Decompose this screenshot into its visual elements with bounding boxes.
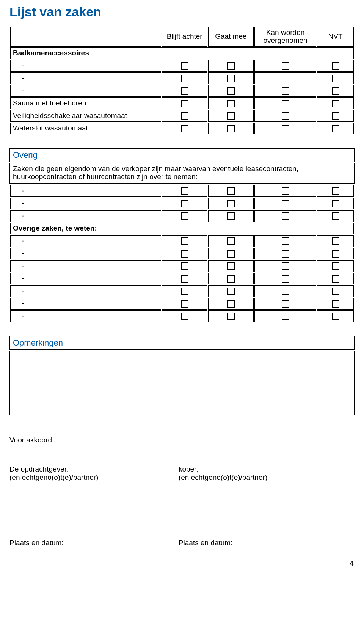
checkbox[interactable] (181, 125, 188, 132)
checkbox[interactable] (282, 100, 289, 107)
koper-label: koper, (179, 465, 355, 473)
checkbox[interactable] (181, 87, 188, 95)
checkbox[interactable] (282, 237, 289, 245)
checkbox[interactable] (332, 87, 339, 95)
checkbox[interactable] (227, 288, 235, 295)
checkbox[interactable] (282, 288, 289, 295)
row-label: - (10, 298, 161, 310)
checkbox[interactable] (181, 262, 188, 270)
signature-block: Voor akkoord, De opdrachtgever, (en echt… (9, 436, 355, 547)
table-row: - (10, 72, 354, 84)
checkbox[interactable] (227, 313, 235, 320)
row-label: - (10, 85, 161, 97)
checkbox[interactable] (282, 300, 289, 308)
col-gaat-mee: Gaat mee (208, 27, 254, 47)
checkbox[interactable] (227, 112, 235, 120)
checkbox[interactable] (181, 288, 188, 295)
table-row: - (10, 210, 354, 222)
opmerkingen-heading: Opmerkingen (9, 336, 355, 350)
table-row: - (10, 235, 354, 247)
checkbox[interactable] (227, 275, 235, 283)
checkbox[interactable] (227, 100, 235, 107)
checkbox[interactable] (181, 200, 188, 207)
checkbox[interactable] (332, 75, 339, 82)
checkbox[interactable] (282, 75, 289, 82)
table-row: - (10, 285, 354, 297)
checkbox[interactable] (282, 275, 289, 283)
table-row: - (10, 273, 354, 284)
checkbox[interactable] (227, 75, 235, 82)
checkbox[interactable] (332, 250, 339, 258)
checkbox[interactable] (227, 87, 235, 95)
row-label: - (10, 260, 161, 272)
checkbox[interactable] (282, 212, 289, 220)
header-empty (10, 27, 161, 47)
checkbox[interactable] (282, 200, 289, 207)
checkbox[interactable] (181, 62, 188, 70)
table-row: - (10, 310, 354, 322)
checkbox[interactable] (332, 237, 339, 245)
col-kan-worden: Kan worden overgenomen (254, 27, 316, 47)
checkbox[interactable] (227, 62, 235, 70)
checkbox[interactable] (332, 288, 339, 295)
checkbox[interactable] (227, 262, 235, 270)
opdrachtgever-label: De opdrachtgever, (9, 465, 179, 473)
checkbox[interactable] (282, 262, 289, 270)
checkbox[interactable] (332, 62, 339, 70)
table-row: - (10, 185, 354, 197)
table-row: - (10, 198, 354, 209)
checkbox[interactable] (332, 125, 339, 132)
checkbox[interactable] (332, 313, 339, 320)
items-table-overig: - - - Overige zaken, te weten: - - - (9, 184, 355, 323)
page-number: 4 (9, 559, 355, 567)
checkbox[interactable] (332, 200, 339, 207)
checkbox[interactable] (227, 250, 235, 258)
col-blijft-achter: Blijft achter (162, 27, 207, 47)
checkbox[interactable] (282, 250, 289, 258)
checkbox[interactable] (227, 212, 235, 220)
overig-intro: Zaken die geen eigendom van de verkoper … (9, 163, 355, 184)
checkbox[interactable] (181, 112, 188, 120)
checkbox[interactable] (332, 300, 339, 308)
checkbox[interactable] (282, 313, 289, 320)
checkbox[interactable] (332, 262, 339, 270)
checkbox[interactable] (227, 200, 235, 207)
checkbox[interactable] (181, 300, 188, 308)
checkbox[interactable] (181, 313, 188, 320)
opdrachtgever-partner-label: (en echtgeno(o)t(e)/partner) (9, 473, 179, 482)
opmerkingen-box[interactable] (9, 351, 355, 415)
row-label: - (10, 72, 161, 84)
row-label: - (10, 310, 161, 322)
row-label: Waterslot wasautomaat (10, 123, 161, 134)
checkbox[interactable] (227, 125, 235, 132)
checkbox[interactable] (332, 275, 339, 283)
checkbox[interactable] (332, 212, 339, 220)
checkbox[interactable] (181, 275, 188, 283)
checkbox[interactable] (282, 62, 289, 70)
table-row: - (10, 298, 354, 310)
row-label: - (10, 248, 161, 259)
plaats-datum-left: Plaats en datum: (9, 539, 179, 547)
items-table-1: Blijft achter Gaat mee Kan worden overge… (9, 26, 355, 135)
checkbox[interactable] (227, 300, 235, 308)
checkbox[interactable] (282, 112, 289, 120)
checkbox[interactable] (282, 187, 289, 195)
checkbox[interactable] (181, 100, 188, 107)
checkbox[interactable] (282, 125, 289, 132)
row-label: - (10, 185, 161, 197)
checkbox[interactable] (332, 187, 339, 195)
checkbox[interactable] (181, 212, 188, 220)
checkbox[interactable] (332, 112, 339, 120)
checkbox[interactable] (181, 187, 188, 195)
checkbox[interactable] (181, 75, 188, 82)
voor-akkoord-label: Voor akkoord, (9, 436, 355, 444)
checkbox[interactable] (282, 87, 289, 95)
checkbox[interactable] (332, 100, 339, 107)
checkbox[interactable] (181, 250, 188, 258)
checkbox[interactable] (181, 237, 188, 245)
checkbox[interactable] (227, 237, 235, 245)
checkbox[interactable] (227, 187, 235, 195)
row-label: - (10, 198, 161, 209)
row-label: - (10, 210, 161, 222)
row-label: Veiligheidsschakelaar wasautomaat (10, 110, 161, 122)
